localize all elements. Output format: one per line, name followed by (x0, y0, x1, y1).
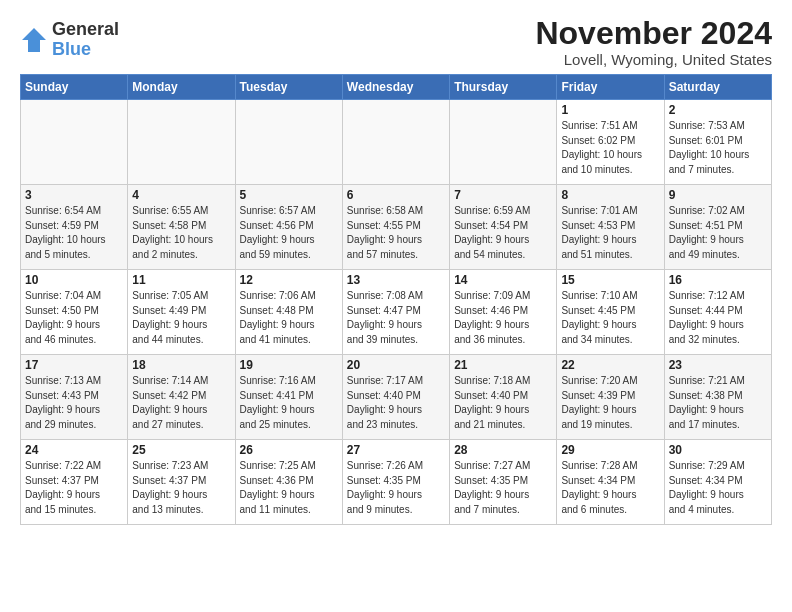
calendar-cell: 20Sunrise: 7:17 AM Sunset: 4:40 PM Dayli… (342, 355, 449, 440)
day-info: Sunrise: 7:18 AM Sunset: 4:40 PM Dayligh… (454, 374, 552, 432)
calendar-cell: 22Sunrise: 7:20 AM Sunset: 4:39 PM Dayli… (557, 355, 664, 440)
logo-blue: Blue (52, 40, 119, 60)
calendar-table: SundayMondayTuesdayWednesdayThursdayFrid… (20, 74, 772, 525)
day-info: Sunrise: 7:27 AM Sunset: 4:35 PM Dayligh… (454, 459, 552, 517)
day-number: 24 (25, 443, 123, 457)
logo: General Blue (20, 20, 119, 60)
calendar-cell: 5Sunrise: 6:57 AM Sunset: 4:56 PM Daylig… (235, 185, 342, 270)
day-number: 27 (347, 443, 445, 457)
day-number: 20 (347, 358, 445, 372)
day-number: 3 (25, 188, 123, 202)
weekday-header-saturday: Saturday (664, 75, 771, 100)
weekday-header-monday: Monday (128, 75, 235, 100)
weekday-header-thursday: Thursday (450, 75, 557, 100)
day-number: 10 (25, 273, 123, 287)
day-number: 13 (347, 273, 445, 287)
day-number: 7 (454, 188, 552, 202)
logo-icon (20, 26, 48, 54)
weekday-header-tuesday: Tuesday (235, 75, 342, 100)
calendar-page: General Blue November 2024 Lovell, Wyomi… (0, 0, 792, 535)
calendar-cell: 16Sunrise: 7:12 AM Sunset: 4:44 PM Dayli… (664, 270, 771, 355)
calendar-cell: 24Sunrise: 7:22 AM Sunset: 4:37 PM Dayli… (21, 440, 128, 525)
day-info: Sunrise: 7:05 AM Sunset: 4:49 PM Dayligh… (132, 289, 230, 347)
calendar-cell: 14Sunrise: 7:09 AM Sunset: 4:46 PM Dayli… (450, 270, 557, 355)
calendar-cell: 10Sunrise: 7:04 AM Sunset: 4:50 PM Dayli… (21, 270, 128, 355)
calendar-cell (450, 100, 557, 185)
calendar-cell: 21Sunrise: 7:18 AM Sunset: 4:40 PM Dayli… (450, 355, 557, 440)
day-number: 9 (669, 188, 767, 202)
day-number: 16 (669, 273, 767, 287)
logo-text: General Blue (52, 20, 119, 60)
day-info: Sunrise: 6:58 AM Sunset: 4:55 PM Dayligh… (347, 204, 445, 262)
calendar-cell: 8Sunrise: 7:01 AM Sunset: 4:53 PM Daylig… (557, 185, 664, 270)
calendar-cell (21, 100, 128, 185)
day-info: Sunrise: 7:17 AM Sunset: 4:40 PM Dayligh… (347, 374, 445, 432)
day-number: 4 (132, 188, 230, 202)
title-block: November 2024 Lovell, Wyoming, United St… (535, 16, 772, 68)
day-number: 18 (132, 358, 230, 372)
day-info: Sunrise: 7:22 AM Sunset: 4:37 PM Dayligh… (25, 459, 123, 517)
calendar-cell (235, 100, 342, 185)
day-info: Sunrise: 7:29 AM Sunset: 4:34 PM Dayligh… (669, 459, 767, 517)
day-number: 29 (561, 443, 659, 457)
calendar-row-3: 17Sunrise: 7:13 AM Sunset: 4:43 PM Dayli… (21, 355, 772, 440)
day-info: Sunrise: 7:25 AM Sunset: 4:36 PM Dayligh… (240, 459, 338, 517)
day-info: Sunrise: 7:01 AM Sunset: 4:53 PM Dayligh… (561, 204, 659, 262)
day-number: 28 (454, 443, 552, 457)
day-info: Sunrise: 6:57 AM Sunset: 4:56 PM Dayligh… (240, 204, 338, 262)
calendar-cell: 13Sunrise: 7:08 AM Sunset: 4:47 PM Dayli… (342, 270, 449, 355)
calendar-cell: 2Sunrise: 7:53 AM Sunset: 6:01 PM Daylig… (664, 100, 771, 185)
day-number: 8 (561, 188, 659, 202)
calendar-cell: 9Sunrise: 7:02 AM Sunset: 4:51 PM Daylig… (664, 185, 771, 270)
calendar-cell: 1Sunrise: 7:51 AM Sunset: 6:02 PM Daylig… (557, 100, 664, 185)
day-info: Sunrise: 7:12 AM Sunset: 4:44 PM Dayligh… (669, 289, 767, 347)
month-title: November 2024 (535, 16, 772, 51)
day-info: Sunrise: 7:04 AM Sunset: 4:50 PM Dayligh… (25, 289, 123, 347)
svg-marker-0 (22, 28, 46, 52)
day-info: Sunrise: 6:55 AM Sunset: 4:58 PM Dayligh… (132, 204, 230, 262)
day-number: 5 (240, 188, 338, 202)
calendar-cell: 3Sunrise: 6:54 AM Sunset: 4:59 PM Daylig… (21, 185, 128, 270)
calendar-cell: 17Sunrise: 7:13 AM Sunset: 4:43 PM Dayli… (21, 355, 128, 440)
day-info: Sunrise: 7:53 AM Sunset: 6:01 PM Dayligh… (669, 119, 767, 177)
calendar-cell: 6Sunrise: 6:58 AM Sunset: 4:55 PM Daylig… (342, 185, 449, 270)
calendar-cell: 15Sunrise: 7:10 AM Sunset: 4:45 PM Dayli… (557, 270, 664, 355)
day-number: 14 (454, 273, 552, 287)
calendar-cell: 12Sunrise: 7:06 AM Sunset: 4:48 PM Dayli… (235, 270, 342, 355)
day-info: Sunrise: 7:13 AM Sunset: 4:43 PM Dayligh… (25, 374, 123, 432)
header: General Blue November 2024 Lovell, Wyomi… (20, 16, 772, 68)
day-number: 6 (347, 188, 445, 202)
calendar-cell: 7Sunrise: 6:59 AM Sunset: 4:54 PM Daylig… (450, 185, 557, 270)
day-info: Sunrise: 7:21 AM Sunset: 4:38 PM Dayligh… (669, 374, 767, 432)
day-info: Sunrise: 7:08 AM Sunset: 4:47 PM Dayligh… (347, 289, 445, 347)
day-number: 2 (669, 103, 767, 117)
day-info: Sunrise: 7:06 AM Sunset: 4:48 PM Dayligh… (240, 289, 338, 347)
day-info: Sunrise: 7:14 AM Sunset: 4:42 PM Dayligh… (132, 374, 230, 432)
day-number: 22 (561, 358, 659, 372)
calendar-cell: 23Sunrise: 7:21 AM Sunset: 4:38 PM Dayli… (664, 355, 771, 440)
day-number: 11 (132, 273, 230, 287)
logo-general: General (52, 20, 119, 40)
day-info: Sunrise: 7:02 AM Sunset: 4:51 PM Dayligh… (669, 204, 767, 262)
calendar-row-2: 10Sunrise: 7:04 AM Sunset: 4:50 PM Dayli… (21, 270, 772, 355)
calendar-cell: 30Sunrise: 7:29 AM Sunset: 4:34 PM Dayli… (664, 440, 771, 525)
calendar-row-1: 3Sunrise: 6:54 AM Sunset: 4:59 PM Daylig… (21, 185, 772, 270)
day-number: 30 (669, 443, 767, 457)
calendar-cell: 4Sunrise: 6:55 AM Sunset: 4:58 PM Daylig… (128, 185, 235, 270)
calendar-row-0: 1Sunrise: 7:51 AM Sunset: 6:02 PM Daylig… (21, 100, 772, 185)
day-number: 26 (240, 443, 338, 457)
day-info: Sunrise: 6:54 AM Sunset: 4:59 PM Dayligh… (25, 204, 123, 262)
calendar-body: 1Sunrise: 7:51 AM Sunset: 6:02 PM Daylig… (21, 100, 772, 525)
calendar-cell: 27Sunrise: 7:26 AM Sunset: 4:35 PM Dayli… (342, 440, 449, 525)
day-number: 19 (240, 358, 338, 372)
weekday-header-friday: Friday (557, 75, 664, 100)
day-info: Sunrise: 7:51 AM Sunset: 6:02 PM Dayligh… (561, 119, 659, 177)
day-info: Sunrise: 7:26 AM Sunset: 4:35 PM Dayligh… (347, 459, 445, 517)
calendar-cell (128, 100, 235, 185)
calendar-row-4: 24Sunrise: 7:22 AM Sunset: 4:37 PM Dayli… (21, 440, 772, 525)
weekday-header-sunday: Sunday (21, 75, 128, 100)
day-info: Sunrise: 7:23 AM Sunset: 4:37 PM Dayligh… (132, 459, 230, 517)
day-number: 17 (25, 358, 123, 372)
calendar-cell: 11Sunrise: 7:05 AM Sunset: 4:49 PM Dayli… (128, 270, 235, 355)
calendar-cell: 19Sunrise: 7:16 AM Sunset: 4:41 PM Dayli… (235, 355, 342, 440)
